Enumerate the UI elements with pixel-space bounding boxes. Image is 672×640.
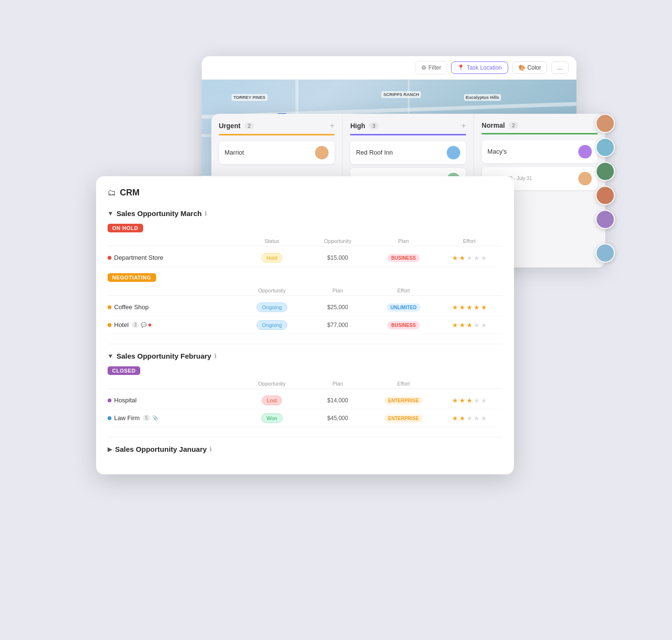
row-hospital[interactable]: Hospital Lost $14,000 ENTERPRISE ★ ★ ★ ★ [108, 392, 502, 410]
opp-department-store: $15,000 [305, 254, 371, 261]
col-opportunity-neg: Opportunity [239, 288, 305, 293]
more-button[interactable]: ... [551, 61, 568, 74]
col-status: Status [239, 238, 305, 244]
section-toggle-february[interactable]: ▼ [108, 352, 114, 360]
row-name-department-store: Department Store [108, 254, 239, 261]
col-effort: Effort [437, 238, 502, 244]
kanban-item-name-redroof: Red Roof Inn [356, 149, 393, 156]
section-february: ▼ Sales Opportunity February ℹ CLOSED Op… [108, 352, 502, 427]
side-avatar-3[interactable] [596, 162, 615, 181]
info-icon-march: ℹ [205, 210, 207, 217]
dot-law-firm [108, 416, 111, 420]
kanban-item-name-macys: Macy's [488, 148, 507, 155]
color-button[interactable]: 🎨 Color [512, 61, 548, 74]
hotel-comment-icon: 💬 [141, 322, 147, 327]
section-toggle-january[interactable]: ▶ [108, 446, 112, 453]
table-header-closed: Opportunity Plan Effort [108, 379, 502, 389]
filter-button[interactable]: ⚙ Filter [415, 61, 448, 74]
opp-coffee-shop: $25,000 [305, 304, 371, 311]
filter-label: Filter [428, 64, 441, 71]
opp-hotel: $77,000 [305, 322, 371, 328]
side-avatar-6[interactable] [596, 243, 615, 263]
side-avatar-4[interactable] [596, 186, 615, 205]
stars-coffee-shop: ★ ★ ★ ★ ★ [437, 303, 502, 311]
side-avatars-panel [596, 114, 615, 263]
row-name-law-firm: Law Firm 5 📎 [108, 414, 239, 422]
tag-onhold: ON HOLD [108, 224, 143, 232]
dot-department-store [108, 256, 111, 260]
info-icon-january: ℹ [209, 446, 212, 453]
col-count-high: 3 [369, 122, 379, 129]
tag-negotiating: NEGOTIATING [108, 273, 156, 282]
col-effort-closed: Effort [371, 381, 437, 386]
col-title-high: High [350, 122, 365, 130]
side-avatar-5[interactable] [596, 210, 615, 229]
label-coffee-shop: Coffee Shop [114, 303, 149, 311]
row-department-store[interactable]: Department Store Hold $15,000 BUSINESS ★… [108, 249, 502, 267]
col-plan-closed: Plan [305, 381, 371, 386]
row-hotel[interactable]: Hotel 3 💬 Ongoing $77,000 BUSINESS [108, 316, 502, 334]
color-icon: 🎨 [518, 64, 525, 71]
task-location-label: Task Location [466, 64, 501, 71]
group-closed: CLOSED Opportunity Plan Effort Hospital … [108, 366, 502, 427]
col-plan-neg: Plan [305, 288, 371, 293]
plan-coffee-shop: UNLIMITED [387, 303, 420, 312]
plan-law-firm: ENTERPRISE [384, 414, 423, 423]
kanban-item-marriot[interactable]: Marriot [219, 141, 335, 164]
col-effort-neg: Effort [371, 288, 437, 293]
dot-hotel [108, 323, 111, 327]
side-avatar-2[interactable] [596, 138, 615, 157]
col-add-urgent[interactable]: + [330, 121, 334, 130]
avatar-redroof [447, 146, 460, 159]
row-coffee-shop[interactable]: Coffee Shop Ongoing $25,000 UNLIMITED ★ … [108, 299, 502, 316]
col-plan: Plan [371, 238, 437, 244]
law-firm-attach-icon: 📎 [152, 415, 158, 421]
stars-hotel: ★ ★ ★ ★ ★ [437, 321, 502, 329]
section-title-january: Sales Opportunity January [115, 445, 207, 453]
label-law-firm: Law Firm [114, 414, 140, 422]
kanban-item-macys[interactable]: Macy's [482, 140, 598, 163]
row-name-hospital: Hospital [108, 397, 239, 404]
col-opportunity: Opportunity [305, 238, 371, 244]
stars-hospital: ★ ★ ★ ★ ★ [437, 397, 502, 404]
status-hotel: Ongoing [257, 320, 287, 330]
label-department-store: Department Store [114, 254, 164, 261]
crm-icon: 🗂 [108, 188, 116, 198]
avatar-normal-2 [578, 172, 592, 185]
section-title-march: Sales Opportunity March [116, 209, 202, 217]
label-hotel: Hotel [114, 321, 129, 328]
map-label-eucalyptus: Eucalyptus Hills [464, 94, 501, 101]
avatar-macys [578, 145, 592, 158]
col-add-high[interactable]: + [462, 121, 466, 130]
group-onhold: ON HOLD Status Opportunity Plan Effort D… [108, 223, 502, 267]
law-firm-extras: 5 📎 [143, 415, 158, 421]
status-department-store: Hold [261, 253, 283, 263]
kanban-item-redroof[interactable]: Red Roof Inn [350, 141, 466, 164]
col-count-urgent: 2 [244, 122, 254, 129]
section-title-february: Sales Opportunity February [116, 352, 211, 360]
row-name-coffee-shop: Coffee Shop [108, 303, 239, 311]
color-label: Color [527, 64, 541, 71]
tag-closed: CLOSED [108, 366, 141, 375]
filter-icon: ⚙ [421, 64, 427, 71]
group-negotiating: NEGOTIATING Opportunity Plan Effort Coff… [108, 273, 502, 334]
col-count-normal: 2 [509, 122, 518, 129]
divider-2 [108, 437, 502, 437]
table-header-negotiating: Opportunity Plan Effort [108, 286, 502, 296]
task-location-button[interactable]: 📍 Task Location [451, 61, 508, 74]
row-law-firm[interactable]: Law Firm 5 📎 Won $45,000 ENTERPRISE [108, 410, 502, 427]
section-february-header: ▼ Sales Opportunity February ℹ [108, 352, 502, 360]
col-opportunity-closed: Opportunity [239, 381, 305, 386]
side-avatar-1[interactable] [596, 114, 615, 133]
plan-hotel: BUSINESS [387, 321, 419, 329]
dot-coffee-shop [108, 305, 111, 309]
section-march-header: ▼ Sales Opportunity March ℹ [108, 209, 502, 217]
dot-hospital [108, 398, 111, 402]
crm-header: 🗂 CRM [108, 188, 502, 198]
row-name-hotel: Hotel 3 💬 [108, 321, 239, 328]
plan-hospital: ENTERPRISE [384, 397, 423, 405]
section-january: ▶ Sales Opportunity January ℹ [108, 445, 502, 453]
table-header-onhold: Status Opportunity Plan Effort [108, 236, 502, 246]
section-toggle-march[interactable]: ▼ [108, 210, 114, 217]
kanban-col-high-header: High 3 + [350, 121, 466, 135]
